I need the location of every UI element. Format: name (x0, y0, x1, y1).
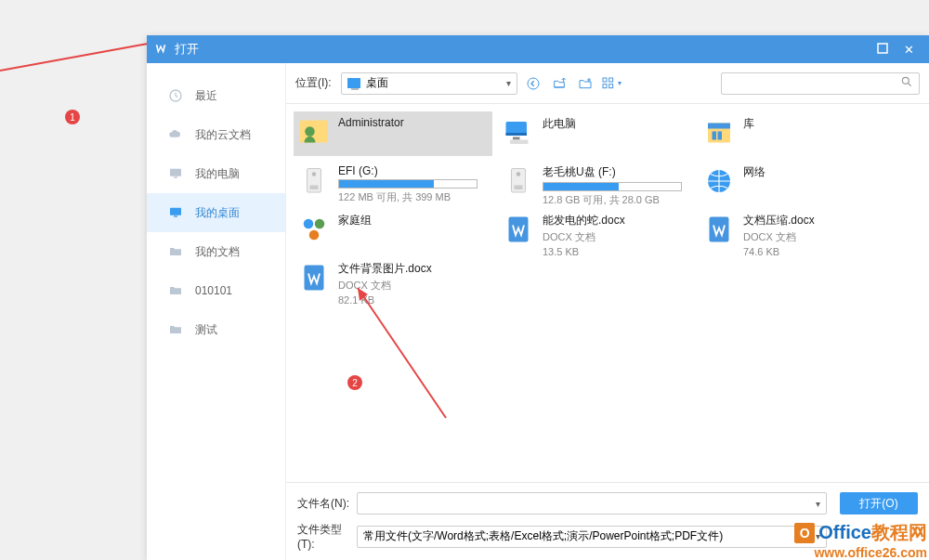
location-value: 桌面 (366, 75, 388, 91)
file-item[interactable]: 家庭组 (294, 208, 492, 253)
user-icon (297, 114, 331, 151)
file-name: Administrator (338, 116, 404, 129)
new-folder-button[interactable] (575, 73, 595, 94)
sidebar-item-label: 我的桌面 (195, 205, 240, 221)
wps-icon (154, 43, 167, 56)
desktop-small-icon (347, 78, 360, 88)
svg-point-8 (528, 78, 539, 89)
svg-point-33 (309, 230, 320, 241)
close-button[interactable]: ✕ (896, 43, 922, 57)
folder-icon (167, 282, 184, 299)
svg-rect-11 (603, 84, 607, 87)
file-type: DOCX 文档 (338, 279, 432, 293)
file-item[interactable]: 此电脑 (498, 111, 697, 156)
svg-rect-21 (708, 124, 730, 129)
file-name: 能发电的蛇.docx (543, 213, 625, 228)
file-item[interactable]: 文档压缩.docxDOCX 文档74.6 KB (699, 208, 897, 253)
drive-usage-text: 122 MB 可用, 共 399 MB (338, 190, 478, 204)
sidebar-item-recent[interactable]: 最近 (147, 76, 285, 115)
sidebar-item-010101[interactable]: 010101 (147, 271, 285, 310)
up-button[interactable] (549, 73, 569, 94)
sidebar-item-computer[interactable]: 我的电脑 (147, 154, 285, 193)
svg-rect-7 (174, 215, 177, 216)
file-size: 82.1 KB (338, 294, 432, 306)
file-size: 13.5 KB (543, 246, 625, 257)
file-name: 此电脑 (543, 116, 576, 132)
file-item[interactable]: Administrator (294, 111, 492, 156)
sidebar-item-test[interactable]: 测试 (147, 310, 285, 349)
file-name: 文件背景图片.docx (338, 261, 432, 277)
cloud-icon (167, 126, 184, 143)
main-panel: 位置(I): 桌面 ▾ ▾ Administrator此电脑库EFI (G:)1… (286, 63, 929, 560)
svg-rect-18 (513, 137, 520, 140)
file-name: 家庭组 (338, 213, 372, 228)
file-item[interactable]: EFI (G:)122 MB 可用, 共 399 MB (294, 160, 492, 204)
sidebar-item-label: 我的电脑 (195, 166, 240, 182)
file-size: 74.6 KB (743, 246, 815, 257)
filename-input[interactable]: ▾ (357, 492, 827, 514)
library-icon (702, 114, 736, 151)
svg-rect-5 (174, 176, 177, 177)
back-button[interactable] (523, 73, 543, 94)
sidebar-item-cloud[interactable]: 我的云文档 (147, 115, 285, 154)
drive-usage-bar (338, 179, 478, 189)
file-list: Administrator此电脑库EFI (G:)122 MB 可用, 共 39… (286, 104, 929, 482)
svg-rect-26 (310, 186, 319, 190)
sidebar-item-label: 我的云文档 (195, 127, 251, 143)
file-name: 文档压缩.docx (743, 213, 815, 228)
location-label: 位置(I): (295, 75, 332, 91)
file-item[interactable]: 文件背景图片.docxDOCX 文档82.1 KB (294, 256, 492, 301)
docx-icon (297, 259, 331, 296)
docx-icon (502, 211, 535, 248)
sidebar: 最近 我的云文档 我的电脑 我的桌面 我的文档 010101 (147, 63, 286, 560)
folder-icon (167, 321, 184, 338)
sidebar-item-label: 010101 (195, 284, 232, 297)
file-item[interactable]: 老毛桃U盘 (F:)12.8 GB 可用, 共 28.0 GB (498, 160, 697, 204)
filetype-select[interactable]: 常用文件(文字/Word格式;表格/Excel格式;演示/PowerPoint格… (357, 526, 827, 548)
sidebar-item-label: 我的文档 (195, 244, 240, 260)
watermark-url: www.office26.com (794, 545, 927, 560)
svg-rect-9 (603, 78, 607, 82)
search-box[interactable] (721, 72, 920, 95)
view-button[interactable]: ▾ (601, 73, 622, 94)
file-name: 库 (743, 116, 754, 132)
dialog-title: 打开 (175, 41, 870, 58)
open-dialog: 打开 ✕ 最近 我的云文档 我的电脑 我的桌面 (147, 35, 929, 560)
network-icon (702, 163, 736, 200)
file-item[interactable]: 能发电的蛇.docxDOCX 文档13.5 KB (498, 208, 697, 253)
file-type: DOCX 文档 (543, 230, 625, 244)
monitor-icon (167, 165, 184, 182)
file-item[interactable]: 网络 (699, 160, 897, 204)
svg-rect-22 (713, 132, 717, 140)
search-input[interactable] (727, 77, 900, 90)
svg-point-31 (304, 219, 314, 229)
maximize-button[interactable] (870, 43, 896, 57)
svg-point-28 (517, 172, 521, 176)
sidebar-item-documents[interactable]: 我的文档 (147, 232, 285, 271)
desktop-icon (167, 204, 184, 221)
location-select[interactable]: 桌面 ▾ (341, 72, 517, 95)
toolbar: 位置(I): 桌面 ▾ ▾ (286, 63, 929, 104)
search-icon (900, 75, 913, 92)
chevron-down-icon: ▾ (816, 499, 820, 509)
open-button[interactable]: 打开(O) (840, 492, 918, 514)
annotation-arrow-1 (0, 0, 167, 121)
clock-icon (167, 87, 184, 104)
file-name: 网络 (743, 164, 765, 180)
sidebar-item-label: 测试 (195, 322, 217, 338)
svg-point-32 (315, 219, 325, 229)
svg-rect-29 (515, 186, 523, 190)
sidebar-item-desktop[interactable]: 我的桌面 (147, 193, 285, 232)
drive-usage-text: 12.8 GB 可用, 共 28.0 GB (543, 193, 682, 207)
svg-rect-4 (170, 169, 181, 176)
file-name: EFI (G:) (338, 164, 478, 177)
svg-line-0 (0, 42, 158, 71)
svg-rect-2 (878, 44, 887, 53)
file-item[interactable]: 库 (699, 111, 897, 156)
homegroup-icon (297, 211, 331, 248)
file-name: 老毛桃U盘 (F:) (543, 164, 682, 180)
watermark-logo-icon: O (794, 523, 815, 543)
svg-point-15 (305, 126, 315, 137)
watermark: O Office教程网 www.office26.com (794, 520, 927, 560)
computer-icon (502, 114, 535, 151)
